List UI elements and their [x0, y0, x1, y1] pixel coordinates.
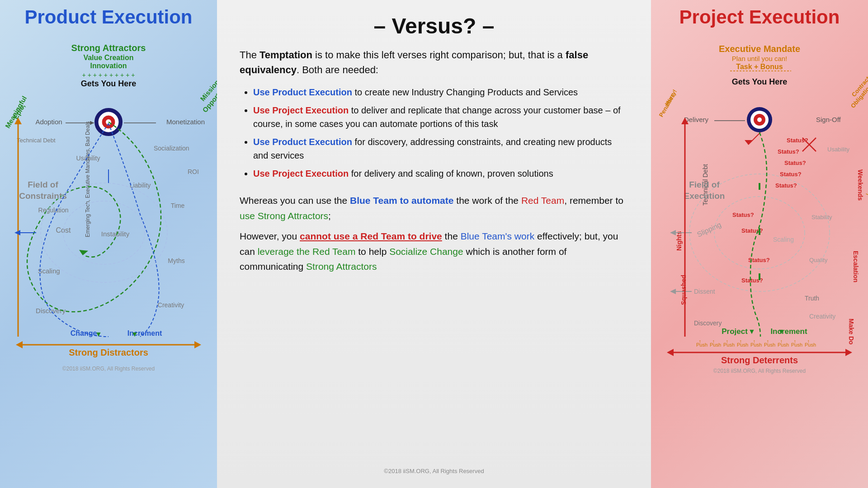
whereas-text: Whereas you can use the Blue Team to aut…: [240, 193, 628, 223]
svg-text:Discovery: Discovery: [694, 319, 722, 327]
svg-text:Myths: Myths: [168, 257, 184, 264]
svg-text:Make Do: Make Do: [848, 319, 855, 345]
svg-text:Weekends: Weekends: [857, 169, 864, 201]
bullet-2-label: Use Project Execution: [253, 105, 349, 115]
svg-text:Execution: Execution: [684, 191, 725, 201]
svg-text:Strong Distractors: Strong Distractors: [69, 347, 148, 357]
svg-text:Nights: Nights: [675, 231, 683, 251]
svg-text:Status?: Status?: [775, 182, 797, 189]
svg-text:Gets You Here: Gets You Here: [81, 79, 136, 88]
svg-text:↑: ↑: [753, 338, 755, 345]
svg-text:Strong Deterrents: Strong Deterrents: [721, 355, 798, 365]
svg-text:Push: Push: [696, 342, 708, 347]
svg-text:Project: Project: [722, 327, 748, 336]
svg-text:↑: ↑: [807, 338, 810, 345]
svg-text:↑: ↑: [780, 338, 783, 345]
middle-copyright: ©2018 iiSM.ORG, All Rights Reserved: [240, 465, 628, 474]
svg-text:©2018 iiSM.ORG, All Rights Res: ©2018 iiSM.ORG, All Rights Reserved: [62, 366, 155, 372]
svg-text:Status?: Status?: [778, 148, 799, 155]
svg-text:Push: Push: [737, 342, 748, 347]
svg-text:Time: Time: [171, 202, 185, 209]
svg-text:Status?: Status?: [780, 171, 802, 178]
svg-text:Instability: Instability: [101, 230, 130, 238]
svg-rect-101: [759, 228, 760, 235]
svg-text:Regulation: Regulation: [38, 206, 69, 214]
right-panel: Project Execution Executive Mandate Plan…: [651, 0, 868, 488]
svg-text:Constraints: Constraints: [19, 191, 67, 201]
svg-text:Penalties: Penalties: [658, 93, 677, 118]
bullet-1-label: Use Product Execution: [253, 87, 352, 97]
svg-text:Delivery: Delivery: [684, 116, 709, 123]
svg-text:Executive Mandate: Executive Mandate: [719, 44, 800, 54]
however-text: However, you cannot use a Red Team to dr…: [240, 229, 628, 274]
svg-text:Field of: Field of: [689, 180, 720, 189]
svg-marker-131: [845, 349, 852, 356]
svg-text:©2018 iiSM.ORG, All Rights Res: ©2018 iiSM.ORG, All Rights Reserved: [713, 368, 806, 374]
svg-marker-68: [745, 140, 753, 145]
svg-text:↑: ↑: [726, 338, 728, 345]
svg-text:Scaling: Scaling: [38, 267, 60, 275]
svg-text:Sign-Off: Sign-Off: [816, 116, 841, 123]
svg-text:▼: ▼: [95, 330, 102, 338]
svg-text:↑: ↑: [793, 338, 796, 345]
svg-marker-38: [194, 341, 201, 348]
svg-text:Usability: Usability: [827, 146, 850, 153]
svg-text:Status?: Status?: [787, 137, 808, 144]
svg-text:▼: ▼: [748, 328, 755, 335]
svg-text:Push: Push: [723, 342, 735, 347]
bullet-list: Use Product Execution to create new Indu…: [240, 85, 628, 185]
svg-text:Adoption: Adoption: [35, 118, 62, 126]
versus-title: – Versus? –: [240, 14, 628, 38]
bullet-1: Use Product Execution to create new Indu…: [253, 85, 628, 99]
svg-text:Plan until you can!: Plan until you can!: [732, 55, 788, 62]
bullet-3: Use Product Execution for discovery, add…: [253, 135, 628, 162]
svg-marker-130: [667, 349, 674, 356]
svg-text:Field of: Field of: [28, 180, 58, 189]
svg-text:Slipping: Slipping: [696, 221, 722, 238]
svg-text:Status?: Status?: [732, 211, 754, 218]
svg-text:Technical Debt: Technical Debt: [17, 137, 56, 144]
left-panel: Product Execution Strong Attractors Valu…: [0, 0, 217, 488]
svg-rect-102: [759, 273, 760, 280]
bullet-4: Use Project Execution for delivery and s…: [253, 167, 628, 180]
svg-text:↑: ↑: [712, 338, 715, 345]
svg-point-63: [757, 117, 762, 122]
svg-rect-100: [759, 183, 760, 190]
svg-line-67: [748, 132, 760, 145]
svg-text:+ + + + + + + + + +: + + + + + + + + + +: [82, 71, 135, 79]
svg-text:Monetization: Monetization: [166, 118, 205, 126]
svg-text:Task + Bonus: Task + Bonus: [736, 63, 783, 70]
svg-text:Strong Attractors: Strong Attractors: [71, 43, 146, 53]
bullet-3-label: Use Product Execution: [253, 137, 352, 147]
svg-text:Push: Push: [764, 342, 775, 347]
svg-text:Push: Push: [750, 342, 762, 347]
svg-text:Increment: Increment: [770, 327, 807, 336]
svg-text:Socialization: Socialization: [154, 145, 189, 152]
svg-text:Scaling: Scaling: [773, 236, 794, 243]
svg-text:Push: Push: [791, 342, 802, 347]
svg-text:Truth: Truth: [805, 295, 819, 302]
svg-text:Push: Push: [710, 342, 721, 347]
svg-text:Liability: Liability: [130, 182, 151, 189]
svg-text:Push: Push: [805, 342, 816, 347]
svg-text:Late: Late: [864, 183, 868, 197]
svg-marker-37: [16, 341, 23, 348]
bullet-4-text: for delivery and scaling of known, prove…: [351, 169, 553, 178]
svg-text:Emerging Tech, Executive Manda: Emerging Tech, Executive Mandates, Bad D…: [85, 121, 91, 237]
svg-text:Squashed: Squashed: [680, 275, 687, 305]
svg-text:Value Creation: Value Creation: [83, 54, 133, 61]
bullet-4-label: Use Project Execution: [253, 169, 349, 178]
svg-text:Dissent: Dissent: [694, 288, 715, 295]
svg-text:Status?: Status?: [784, 160, 806, 166]
svg-text:Stability: Stability: [811, 214, 832, 221]
svg-text:↑: ↑: [739, 338, 742, 345]
svg-marker-104: [670, 230, 676, 235]
intro-paragraph: The Temptation is to make this left vers…: [240, 47, 628, 77]
svg-marker-106: [670, 289, 676, 294]
bullet-2: Use Project Execution to deliver and rep…: [253, 103, 628, 131]
svg-marker-44: [79, 250, 88, 255]
svg-text:Quality: Quality: [809, 257, 828, 263]
svg-text:Creativity: Creativity: [809, 313, 835, 320]
svg-text:Innovation: Innovation: [90, 62, 127, 70]
svg-text:↑: ↑: [766, 338, 769, 345]
